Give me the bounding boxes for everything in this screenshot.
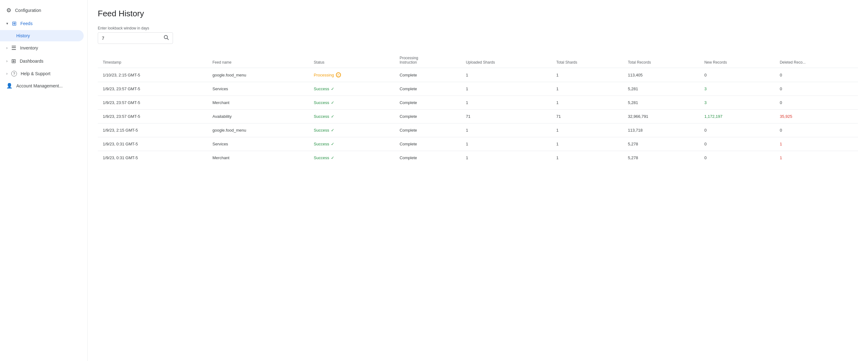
sidebar-item-feeds[interactable]: ▾ ⊞ Feeds	[0, 17, 84, 30]
cell-status: Success ✓	[309, 96, 395, 110]
sidebar-item-label: Configuration	[15, 8, 41, 13]
status-success: Success ✓	[314, 100, 390, 105]
cell-status: Success ✓	[309, 82, 395, 96]
cell-total-shards: 1	[551, 151, 623, 165]
new-records-value: 3	[705, 87, 707, 91]
table-row: 1/10/23, 2:15 GMT-5google.food_menuProce…	[98, 68, 858, 82]
cell-total-shards: 1	[551, 123, 623, 137]
cell-new-records: 0	[700, 68, 775, 82]
cell-total-shards: 1	[551, 96, 623, 110]
cell-processing-instruction: Complete	[395, 110, 461, 123]
cell-uploaded-shards: 1	[461, 96, 552, 110]
status-processing: Processing ⏱	[314, 72, 390, 78]
clock-icon: ⏱	[336, 72, 341, 78]
cell-deleted-records: 0	[775, 123, 858, 137]
cell-timestamp: 1/9/23, 0:31 GMT-5	[98, 137, 208, 151]
cell-uploaded-shards: 1	[461, 123, 552, 137]
cell-total-records: 32,966,791	[623, 110, 700, 123]
cell-new-records: 3	[700, 96, 775, 110]
chevron-right-icon: ›	[6, 71, 7, 76]
cell-processing-instruction: Complete	[395, 96, 461, 110]
cell-status: Success ✓	[309, 137, 395, 151]
sidebar-item-label: Feeds	[20, 21, 33, 26]
deleted-records-value: 1	[780, 155, 782, 160]
cell-deleted-records: 0	[775, 68, 858, 82]
cell-status: Success ✓	[309, 110, 395, 123]
cell-processing-instruction: Complete	[395, 123, 461, 137]
gear-icon: ⚙	[6, 7, 11, 14]
table-row: 1/9/23, 23:57 GMT-5MerchantSuccess ✓Comp…	[98, 96, 858, 110]
col-total-shards: Total Shards	[551, 53, 623, 68]
deleted-records-value: 1	[780, 142, 782, 146]
table-row: 1/9/23, 0:31 GMT-5MerchantSuccess ✓Compl…	[98, 151, 858, 165]
page-title: Feed History	[98, 9, 858, 19]
table-row: 1/9/23, 23:57 GMT-5ServicesSuccess ✓Comp…	[98, 82, 858, 96]
deleted-records-value: 35,925	[780, 114, 792, 119]
sidebar-item-label: Inventory	[20, 46, 38, 51]
cell-timestamp: 1/9/23, 23:57 GMT-5	[98, 82, 208, 96]
cell-status: Success ✓	[309, 123, 395, 137]
chevron-right-icon: ›	[6, 59, 7, 63]
status-success: Success ✓	[314, 87, 390, 91]
cell-feed-name: Merchant	[208, 96, 309, 110]
sidebar-item-configuration[interactable]: ⚙ Configuration	[0, 4, 84, 17]
cell-new-records: 0	[700, 151, 775, 165]
checkmark-icon: ✓	[331, 114, 334, 119]
cell-processing-instruction: Complete	[395, 137, 461, 151]
status-success: Success ✓	[314, 142, 390, 146]
cell-total-shards: 1	[551, 82, 623, 96]
cell-deleted-records: 1	[775, 151, 858, 165]
table-row: 1/9/23, 0:31 GMT-5ServicesSuccess ✓Compl…	[98, 137, 858, 151]
sidebar-item-label: History	[16, 33, 30, 38]
sidebar-item-help-support[interactable]: › ? Help & Support	[0, 68, 84, 80]
cell-new-records: 0	[700, 123, 775, 137]
cell-deleted-records: 1	[775, 137, 858, 151]
cell-total-shards: 1	[551, 137, 623, 151]
checkmark-icon: ✓	[331, 155, 334, 160]
cell-feed-name: Services	[208, 137, 309, 151]
chevron-right-icon: ›	[6, 46, 7, 50]
sidebar-item-dashboards[interactable]: › ⊞ Dashboards	[0, 55, 84, 68]
cell-timestamp: 1/10/23, 2:15 GMT-5	[98, 68, 208, 82]
cell-feed-name: google.food_menu	[208, 68, 309, 82]
cell-total-shards: 1	[551, 68, 623, 82]
search-label: Enter lookback window in days	[98, 26, 858, 30]
checkmark-icon: ✓	[331, 142, 334, 146]
col-processing-instruction: ProcessingInstruction	[395, 53, 461, 68]
cell-deleted-records: 35,925	[775, 110, 858, 123]
table-row: 1/9/23, 23:57 GMT-5AvailabilitySuccess ✓…	[98, 110, 858, 123]
search-section: Enter lookback window in days	[98, 26, 858, 44]
main-content: Feed History Enter lookback window in da…	[88, 0, 868, 361]
cell-processing-instruction: Complete	[395, 68, 461, 82]
col-status: Status	[309, 53, 395, 68]
chevron-down-icon: ▾	[6, 21, 8, 26]
cell-uploaded-shards: 1	[461, 82, 552, 96]
cell-deleted-records: 0	[775, 82, 858, 96]
sidebar-item-inventory[interactable]: › ☰ Inventory	[0, 41, 84, 55]
lookback-input[interactable]	[102, 36, 161, 41]
col-uploaded-shards: Uploaded Shards	[461, 53, 552, 68]
sidebar-item-history[interactable]: History	[0, 30, 84, 41]
cell-new-records: 3	[700, 82, 775, 96]
sidebar-item-account-management[interactable]: 👤 Account Management...	[0, 80, 84, 92]
cell-new-records: 1,172,197	[700, 110, 775, 123]
account-icon: 👤	[6, 83, 12, 89]
help-icon: ?	[11, 71, 17, 77]
cell-processing-instruction: Complete	[395, 151, 461, 165]
cell-timestamp: 1/9/23, 0:31 GMT-5	[98, 151, 208, 165]
cell-new-records: 0	[700, 137, 775, 151]
cell-uploaded-shards: 71	[461, 110, 552, 123]
search-icon[interactable]	[163, 34, 169, 42]
cell-total-records: 5,281	[623, 96, 700, 110]
cell-timestamp: 1/9/23, 2:15 GMT-5	[98, 123, 208, 137]
cell-processing-instruction: Complete	[395, 82, 461, 96]
cell-timestamp: 1/9/23, 23:57 GMT-5	[98, 110, 208, 123]
sidebar-item-label: Help & Support	[21, 71, 51, 76]
col-timestamp: Timestamp	[98, 53, 208, 68]
cell-total-shards: 71	[551, 110, 623, 123]
sidebar-item-label: Account Management...	[16, 83, 63, 88]
cell-total-records: 113,718	[623, 123, 700, 137]
sidebar: ⚙ Configuration ▾ ⊞ Feeds History › ☰ In…	[0, 0, 88, 361]
cell-timestamp: 1/9/23, 23:57 GMT-5	[98, 96, 208, 110]
cell-status: Success ✓	[309, 151, 395, 165]
